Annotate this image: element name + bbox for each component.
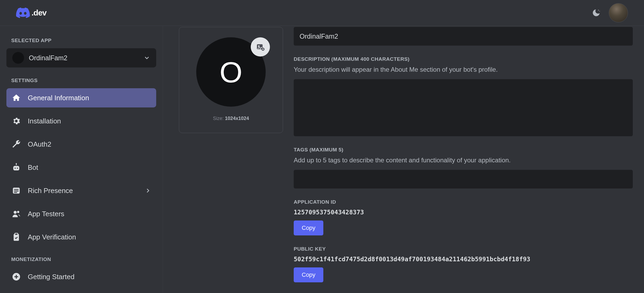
sidebar: SELECTED APP OrdinalFam2 SETTINGS Genera… [0,26,163,293]
chevron-right-icon [144,187,151,194]
wrench-icon [11,139,21,149]
svg-point-4 [17,168,18,169]
sidebar-item-label: Rich Presence [28,187,138,195]
upload-image-button[interactable] [251,37,270,57]
sidebar-item-label: Installation [28,117,151,125]
sidebar-item-label: Getting Started [28,273,151,281]
app-selector-name: OrdinalFam2 [29,54,139,62]
svg-rect-8 [14,191,19,191]
sidebar-item-bot[interactable]: Bot [6,158,156,177]
settings-heading: SETTINGS [11,78,156,83]
topbar: .dev [0,0,644,26]
sidebar-item-oauth2[interactable]: OAuth2 [6,135,156,154]
svg-point-0 [598,10,599,11]
svg-point-11 [17,211,19,213]
app-icon-preview[interactable]: O [196,37,266,107]
sidebar-item-general-information[interactable]: General Information [6,88,156,107]
chevron-down-icon [143,54,150,61]
tags-label: TAGS (MAXIMUM 5) [294,147,633,153]
main: SELECTED APP OrdinalFam2 SETTINGS Genera… [0,26,644,293]
svg-rect-7 [14,189,19,190]
size-prefix: Size: [213,116,225,121]
svg-point-16 [258,45,260,47]
logo[interactable]: .dev [16,7,46,18]
user-avatar[interactable] [609,3,628,22]
general-info-form: DESCRIPTION (MAXIMUM 400 CHARACTERS) You… [294,26,633,293]
sidebar-item-installation[interactable]: Installation [6,111,156,131]
selected-app-heading: SELECTED APP [11,38,156,43]
svg-point-1 [599,11,600,11]
sidebar-item-label: App Verification [28,233,151,241]
tags-input[interactable] [294,170,633,188]
app-icon-size-label: Size: 1024x1024 [213,116,249,121]
svg-point-5 [16,163,17,164]
gear-icon [11,116,21,126]
plus-circle-icon [11,272,21,282]
description-sublabel: Your description will appear in the Abou… [294,66,633,73]
theme-toggle-icon[interactable] [592,8,601,17]
tags-sublabel: Add up to 5 tags to describe the content… [294,156,633,164]
clipboard-icon [11,232,21,242]
svg-rect-9 [14,192,17,193]
description-label: DESCRIPTION (MAXIMUM 400 CHARACTERS) [294,56,633,62]
sidebar-item-label: App Testers [28,210,151,218]
upload-image-icon [256,42,265,51]
robot-icon [11,162,21,172]
sidebar-item-rich-presence[interactable]: Rich Presence [6,181,156,200]
copy-application-id-button[interactable]: Copy [294,220,323,235]
app-name-input[interactable] [294,27,633,46]
app-selector[interactable]: OrdinalFam2 [6,48,156,67]
sidebar-item-app-testers[interactable]: App Testers [6,204,156,223]
public-key-label: PUBLIC KEY [294,246,633,252]
svg-rect-13 [15,233,18,235]
sidebar-item-app-verification[interactable]: App Verification [6,227,156,247]
application-id-value: 1257095375043428373 [294,209,633,216]
application-id-label: APPLICATION ID [294,199,633,205]
home-icon [11,93,21,103]
public-key-value: 502f59c1f41fcd7475d2d8f0013d49af70019348… [294,256,633,263]
svg-rect-2 [13,166,19,170]
svg-point-3 [15,168,16,169]
discord-logo-icon [16,7,30,18]
sidebar-item-label: OAuth2 [28,140,151,148]
copy-public-key-button[interactable]: Copy [294,267,323,282]
description-textarea[interactable] [294,79,633,136]
app-icon-initial: O [219,55,242,89]
topbar-right [592,3,628,22]
app-icon-card: O Size: 1024x1024 [179,27,283,133]
size-value: 1024x1024 [225,116,249,121]
monetization-heading: MONETIZATION [11,256,156,262]
app-avatar-icon [12,52,24,64]
svg-point-10 [14,211,17,214]
list-icon [11,186,21,196]
sidebar-item-label: Bot [28,163,151,172]
content: O Size: 1024x1024 DESCRIPTION (MAXI [163,26,644,293]
sidebar-item-label: General Information [28,94,151,102]
users-icon [11,209,21,219]
sidebar-item-getting-started[interactable]: Getting Started [6,267,156,286]
logo-text: .dev [32,8,46,17]
